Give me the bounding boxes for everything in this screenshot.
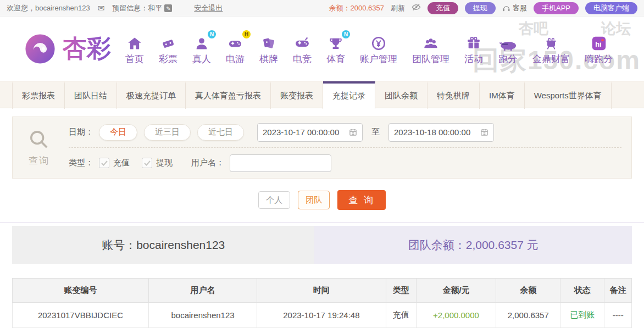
tab-deposit-withdraw-records[interactable]: 充提记录 bbox=[323, 81, 375, 109]
tab-account-changes[interactable]: 账变报表 bbox=[271, 81, 323, 109]
nav-item-slots[interactable]: H 电游 bbox=[226, 32, 245, 65]
table-header-row: 账变编号 用户名 时间 类型 金额/元 余额 状态 备注 bbox=[13, 279, 632, 303]
account-number: 账号：bocairenshen123 bbox=[12, 226, 314, 264]
yuan-coin-icon bbox=[371, 32, 386, 51]
site-logo[interactable]: 杏彩 bbox=[24, 32, 111, 65]
badge-h: H bbox=[242, 30, 251, 38]
date-from-input[interactable]: 2023-10-17 00:00:00 bbox=[257, 123, 363, 142]
esports-gamepad-icon bbox=[293, 32, 311, 51]
personal-button[interactable]: 个人 bbox=[258, 191, 290, 209]
col-username: 用户名 bbox=[148, 279, 257, 303]
team-button[interactable]: 团队 bbox=[298, 191, 330, 209]
calendar-icon bbox=[480, 128, 488, 136]
checkbox-icon bbox=[99, 158, 109, 168]
col-balance: 余额 bbox=[496, 279, 560, 303]
tab-live-sports-pnl[interactable]: 真人体育盈亏报表 bbox=[186, 81, 271, 109]
nav-item-jinding-wealth[interactable]: 金鼎财富 bbox=[532, 32, 570, 65]
nav-item-promotions[interactable]: 活动 bbox=[464, 32, 483, 65]
main-nav: 首页 彩票 N 真人 H 电游 棋牌 bbox=[125, 32, 613, 65]
ticket-icon bbox=[160, 32, 176, 51]
col-amount: 金额/元 bbox=[416, 279, 496, 303]
reserved-info: 预留信息：和平✎ bbox=[112, 3, 172, 13]
query-button[interactable]: 查 询 bbox=[337, 190, 386, 210]
site-header: 杏吧 论坛 回家150.com 杏彩 首页 彩票 bbox=[0, 16, 644, 81]
cell-status: 已到账 bbox=[560, 303, 604, 328]
col-change-id: 账变编号 bbox=[13, 279, 149, 303]
tab-tetu-cards[interactable]: 特兔棋牌 bbox=[428, 81, 480, 109]
users-icon bbox=[423, 32, 439, 51]
filter-search-block: 查询 bbox=[13, 117, 65, 178]
cell-type: 充值 bbox=[386, 303, 416, 328]
topbar: 欢迎您，bocairenshen123 ✉ 预留信息：和平✎ 安全退出 余额：2… bbox=[0, 0, 644, 16]
checkbox-recharge[interactable]: 充值 bbox=[99, 158, 130, 168]
filter-search-label: 查询 bbox=[29, 154, 49, 167]
eye-off-icon[interactable] bbox=[412, 3, 421, 13]
nav-item-paofen[interactable]: 跑分 bbox=[498, 32, 518, 65]
cell-balance: 2,000.6357 bbox=[496, 303, 560, 328]
cell-remark: ---- bbox=[604, 303, 632, 328]
refresh-link[interactable]: 刷新 bbox=[391, 3, 405, 13]
pill-last-7-days[interactable]: 近七日 bbox=[197, 124, 244, 141]
tab-lottery-report[interactable]: 彩票报表 bbox=[12, 81, 65, 109]
hi-app-icon: hi bbox=[591, 32, 607, 51]
tab-im-sports[interactable]: IM体育 bbox=[480, 81, 525, 109]
calendar-icon bbox=[349, 128, 357, 136]
recharge-button[interactable]: 充值 bbox=[428, 2, 458, 14]
checkbox-withdraw[interactable]: 提现 bbox=[142, 158, 173, 168]
checkbox-icon bbox=[142, 158, 152, 168]
trophy-icon: N bbox=[328, 32, 343, 51]
badge-n: N bbox=[342, 30, 350, 38]
tab-fast-orders[interactable]: 极速充提订单 bbox=[117, 81, 186, 109]
customer-service[interactable]: 客服 bbox=[502, 3, 527, 13]
withdraw-button[interactable]: 提现 bbox=[465, 2, 496, 14]
nav-item-live-casino[interactable]: N 真人 bbox=[192, 32, 211, 65]
nav-item-sports[interactable]: N 体育 bbox=[326, 32, 345, 65]
home-icon bbox=[126, 32, 143, 51]
table-row: 20231017VBBIJDCIEC bocairenshen123 2023-… bbox=[13, 303, 632, 328]
filter-fields: 日期： 今日 近三日 近七日 2023-10-17 00:00:00 至 202… bbox=[65, 117, 631, 178]
headset-icon bbox=[502, 4, 510, 12]
nav-item-esports[interactable]: 电竞 bbox=[293, 32, 312, 65]
pc-client-button[interactable]: 电脑客户端 bbox=[585, 2, 637, 14]
mobile-app-button[interactable]: 手机APP bbox=[534, 2, 579, 14]
logo-flower-icon bbox=[24, 33, 56, 65]
tab-team-balance[interactable]: 团队余额 bbox=[375, 81, 428, 109]
badge-n: N bbox=[208, 30, 216, 38]
nav-item-account-management[interactable]: 账户管理 bbox=[360, 32, 397, 65]
tab-wesports[interactable]: Wesports世界体育 bbox=[525, 81, 612, 109]
col-status: 状态 bbox=[560, 279, 604, 303]
pill-last-3-days[interactable]: 近三日 bbox=[144, 124, 191, 141]
date-to-input[interactable]: 2023-10-18 00:00:00 bbox=[388, 123, 494, 142]
nav-item-home[interactable]: 首页 bbox=[125, 32, 144, 65]
username-input[interactable] bbox=[230, 154, 331, 172]
to-label: 至 bbox=[371, 127, 380, 137]
filter-panel: 查询 日期： 今日 近三日 近七日 2023-10-17 00:00:00 至 … bbox=[12, 116, 632, 179]
date-filter-row: 日期： 今日 近三日 近七日 2023-10-17 00:00:00 至 202… bbox=[69, 117, 621, 147]
brand-name: 杏彩 bbox=[63, 32, 111, 65]
nav-item-hi-paofen[interactable]: hi 嗨跑分 bbox=[585, 32, 613, 65]
svg-text:hi: hi bbox=[595, 40, 601, 48]
nav-item-lottery[interactable]: 彩票 bbox=[159, 32, 177, 65]
records-table: 账变编号 用户名 时间 类型 金额/元 余额 状态 备注 20231017VBB… bbox=[12, 278, 632, 328]
welcome-text: 欢迎您，bocairenshen123 bbox=[7, 3, 90, 13]
cell-amount: +2,000.0000 bbox=[416, 303, 496, 328]
search-icon bbox=[28, 129, 50, 151]
cell-time: 2023-10-17 19:24:48 bbox=[257, 303, 386, 328]
date-label: 日期： bbox=[69, 127, 93, 137]
logout-link[interactable]: 安全退出 bbox=[194, 3, 223, 13]
balance-text: 余额：2000.6357 bbox=[329, 3, 384, 13]
message-icon[interactable]: ✉ bbox=[98, 4, 105, 12]
col-type: 类型 bbox=[386, 279, 416, 303]
nav-item-team-management[interactable]: 团队管理 bbox=[412, 32, 449, 65]
edit-icon[interactable]: ✎ bbox=[164, 4, 172, 12]
type-filter-row: 类型： 充值 提现 用户名： bbox=[69, 148, 621, 178]
person-icon: N bbox=[194, 32, 209, 51]
gift-icon bbox=[466, 32, 481, 51]
pill-today[interactable]: 今日 bbox=[99, 124, 137, 141]
cell-username: bocairenshen123 bbox=[148, 303, 257, 328]
section-divider bbox=[0, 223, 644, 223]
nav-item-card-games[interactable]: 棋牌 bbox=[259, 32, 278, 65]
report-tabs: 彩票报表 团队日结 极速充提订单 真人体育盈亏报表 账变报表 充提记录 团队余额… bbox=[0, 81, 644, 108]
action-buttons: 个人 团队 查 询 bbox=[12, 190, 632, 210]
tab-team-daily[interactable]: 团队日结 bbox=[65, 81, 117, 109]
